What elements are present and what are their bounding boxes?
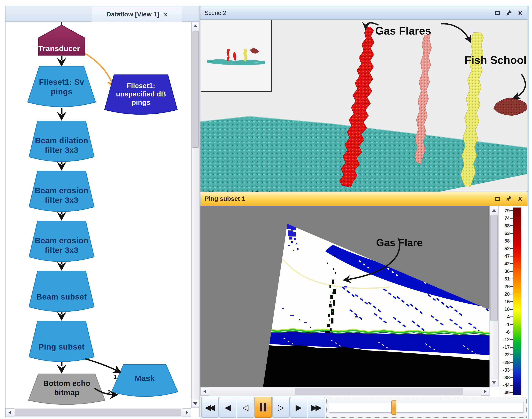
echogram-hscroll-thumb[interactable] <box>295 388 463 395</box>
colorbar-gradient <box>513 208 521 395</box>
app-window: Dataflow [View 1] x <box>0 0 532 419</box>
chevron-up-icon <box>193 25 197 27</box>
dataflow-vscroll-thumb[interactable] <box>192 31 199 148</box>
colorbar-tick: -17 <box>503 344 513 350</box>
dataflow-hscrollbar[interactable] <box>5 408 191 417</box>
colorbar-tick: 79 <box>505 208 513 213</box>
ping-maximize-button[interactable] <box>494 196 501 202</box>
ping-subset-panel: Ping subset 1 X <box>200 192 529 419</box>
tab-close-icon[interactable]: x <box>164 12 167 17</box>
colorbar-tick: -44 <box>503 382 513 388</box>
dataflow-vscrollbar[interactable] <box>191 22 199 408</box>
dataflow-tab-title: Dataflow [View 1] <box>106 11 159 18</box>
colorbar-tick: -1 <box>505 322 513 327</box>
colorbar-tick: 68 <box>505 223 513 229</box>
transport-buttons: ◀◀◀◁▷▶▶▶ <box>201 397 325 418</box>
echogram-scroll-right-button[interactable] <box>481 387 489 396</box>
scene-panel: Scene 2 X <box>200 6 529 192</box>
dataflow-hscroll-thumb[interactable] <box>15 409 181 416</box>
node-beam-subset-label[interactable]: Beam subset <box>27 292 95 301</box>
colorbar-tick: -22 <box>503 352 513 358</box>
colorbar-tick: 36 <box>505 269 513 274</box>
close-icon: X <box>518 10 522 16</box>
colorbar-tick: -38 <box>503 375 513 380</box>
edge-label-1: 1 <box>113 374 117 380</box>
timeline-track[interactable] <box>329 402 524 413</box>
dataflow-scroll-right-button[interactable] <box>183 408 191 417</box>
color-scale: 79746863585247423631262015104-1-6-12-17-… <box>499 206 528 398</box>
node-transducer-label[interactable]: Transducer <box>38 44 80 53</box>
dataflow-scroll-left-button[interactable] <box>6 408 14 417</box>
scene-title: Scene 2 <box>205 10 226 16</box>
step-back-button[interactable]: ◁ <box>237 397 254 418</box>
colorbar-tick: 47 <box>505 253 513 259</box>
step-forward-button[interactable]: ▷ <box>272 397 290 418</box>
pause-button[interactable] <box>255 397 272 418</box>
chevron-left-icon <box>204 389 206 393</box>
edge-label-2: 2 <box>108 389 111 395</box>
node-beam-dilation-label[interactable]: Beam dilation filter 3x3 <box>27 136 95 155</box>
echogram-image <box>200 206 490 387</box>
node-beam-erosion2-label[interactable]: Beam erosion filter 3x3 <box>27 236 95 255</box>
colorbar-tick: -6 <box>505 329 513 335</box>
fast-back-button[interactable]: ◀ <box>219 397 236 418</box>
dataflow-canvas[interactable]: Transducer Fileset1: Sv pings Fileset1: … <box>5 22 191 408</box>
scene-close-button[interactable]: X <box>517 10 523 16</box>
node-ping-subset-label[interactable]: Ping subset <box>27 342 95 352</box>
scene-inset-overview <box>201 20 271 91</box>
tab-dataflow-view1[interactable]: Dataflow [View 1] x <box>91 7 182 22</box>
scene-3d-view <box>200 20 527 192</box>
colorbar-tick: 74 <box>505 215 513 221</box>
echogram-view[interactable]: Gas Flare <box>200 206 490 387</box>
node-fileset-sv-label[interactable]: Fileset1: Sv pings <box>27 77 95 96</box>
node-beam-subset-shape <box>29 271 94 312</box>
colorbar-tick: 42 <box>505 261 513 266</box>
fast-back-icon: ◀ <box>225 403 231 412</box>
pause-icon <box>260 403 266 411</box>
fish-school-label: Fish School <box>464 54 527 66</box>
colorbar-labels: 79746863585247423631262015104-1-6-12-17-… <box>499 208 513 395</box>
colorbar-tick: 4 <box>507 314 513 320</box>
dataflow-tabstrip: Dataflow [View 1] x <box>5 6 199 22</box>
chevron-down-icon <box>492 381 496 384</box>
echogram-scroll-up-button[interactable] <box>490 206 498 214</box>
timeline-handle[interactable] <box>391 400 396 415</box>
jump-first-button[interactable]: ◀◀ <box>201 397 218 418</box>
dataflow-scroll-up-button[interactable] <box>191 22 199 30</box>
step-back-icon: ◁ <box>242 403 248 412</box>
colorbar-tick: -12 <box>503 337 513 342</box>
dataflow-scroll-down-button[interactable] <box>191 400 199 408</box>
echogram-hscrollbar[interactable] <box>200 387 490 396</box>
node-mask-label[interactable]: Mask <box>112 374 178 383</box>
play-button[interactable]: ▶ <box>290 397 307 418</box>
colorbar-tick: 15 <box>505 299 513 304</box>
colorbar-tick: 10 <box>505 306 513 312</box>
chevron-right-icon <box>186 410 188 415</box>
echogram-vscroll-thumb[interactable] <box>491 215 498 321</box>
step-forward-icon: ▷ <box>278 403 284 412</box>
chevron-down-icon <box>193 402 197 405</box>
fast-forward-icon: ▶▶ <box>311 403 322 412</box>
scene-maximize-button[interactable] <box>494 10 501 16</box>
ping-titlebar[interactable]: Ping subset 1 X <box>200 192 528 206</box>
fast-forward-button[interactable]: ▶▶ <box>308 397 325 418</box>
echogram-vscrollbar[interactable] <box>490 206 499 387</box>
colorbar-tick: 58 <box>505 238 513 244</box>
node-bottom-echo-label[interactable]: Bottom echo bitmap <box>28 379 105 397</box>
pin-icon <box>506 196 512 202</box>
node-beam-erosion1-label[interactable]: Beam erosion filter 3x3 <box>27 186 95 205</box>
echogram-scroll-left-button[interactable] <box>201 387 209 396</box>
ping-close-button[interactable]: X <box>517 196 523 202</box>
ping-pin-button[interactable] <box>505 196 512 202</box>
timeline-slider[interactable] <box>326 398 527 418</box>
replay-toolbar: ◀◀◀◁▷▶▶▶ <box>200 396 528 419</box>
scene-viewport[interactable]: Gas Flares Fish School |Move|Rotate|Pan| <box>200 20 527 192</box>
chevron-up-icon <box>492 209 496 211</box>
scene-titlebar[interactable]: Scene 2 X <box>200 6 528 20</box>
node-fileset-db-label[interactable]: Fileset1: unspecified dB pings <box>105 82 177 107</box>
colorbar-tick: 20 <box>505 291 513 297</box>
echogram-scroll-down-button[interactable] <box>490 379 498 387</box>
scene-pin-button[interactable] <box>505 10 512 16</box>
colorbar-tick: -28 <box>503 360 513 365</box>
colorbar-tick: 52 <box>505 246 513 251</box>
